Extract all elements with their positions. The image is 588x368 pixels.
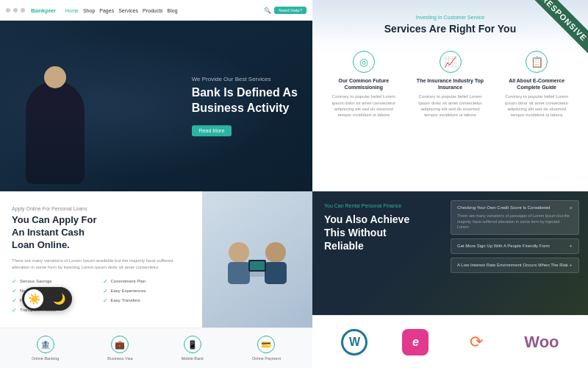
- dark-mode-toggle[interactable]: ☀️ 🌙: [22, 287, 72, 311]
- service-title-2: The Insurance Industry Top Insurance: [414, 77, 487, 91]
- loan-section-label: Apply Online For Personal Loans: [12, 206, 190, 211]
- woocommerce-logo: Woo: [524, 333, 559, 352]
- check-icon-4: ✓: [103, 288, 108, 294]
- accordion-header-1: Checking Your Own Credit Score Is Consid…: [457, 205, 573, 211]
- refresh-logo: ⟳: [463, 329, 490, 355]
- hero-title-line2: Business Activity: [192, 102, 290, 114]
- accordion-item-1[interactable]: Checking Your Own Credit Score Is Consid…: [451, 200, 579, 235]
- right-bottom: You Can Rental Personal Finance You Also…: [312, 191, 588, 368]
- finance-title-line2: This Without: [324, 227, 387, 238]
- check-icon-3: ✓: [12, 288, 17, 294]
- loan-title-line3: Loan Online.: [12, 239, 70, 250]
- browser-nav: Home Shop Pages Services Products Blog: [65, 8, 177, 13]
- nav-services[interactable]: Services: [118, 8, 138, 13]
- browser-bar: Bankpier Home Shop Pages Services Produc…: [0, 0, 312, 21]
- online-banking-label: Online Banking: [32, 356, 59, 361]
- business-visa-label: Business Visa: [107, 356, 132, 361]
- accordion-header-2: Get More Sign Up With A People Friendly …: [457, 243, 573, 250]
- accordion-chevron-3: +: [569, 262, 573, 269]
- finance-title-line3: Reliable: [324, 240, 364, 252]
- loan-title-line1: You Can Apply For: [12, 214, 97, 225]
- person-body: [26, 81, 85, 184]
- tech-logos-bar: W e ⟳ Woo: [312, 315, 588, 368]
- accordion-title-2: Get More Sign Up With A People Friendly …: [457, 244, 569, 250]
- hero-subtitle: We Provide Our Best Services: [192, 76, 298, 82]
- svg-rect-2: [228, 262, 250, 284]
- accordion-chevron-1: ×: [569, 205, 573, 211]
- loan-title-line2: An Instant Cash: [12, 227, 85, 238]
- refresh-logo-icon: ⟳: [463, 329, 490, 355]
- browser-dot-3: [21, 8, 25, 13]
- loan-feature-4: ✓ Easy Experiences: [103, 288, 191, 294]
- loan-people-scene: [213, 216, 301, 311]
- svg-point-3: [265, 242, 286, 263]
- hero-person-image: [7, 28, 103, 184]
- toggle-knob: ☀️: [24, 289, 43, 308]
- check-icon-1: ✓: [12, 278, 17, 285]
- nav-home[interactable]: Home: [65, 8, 79, 13]
- finance-title-line1: You Also Achieve: [324, 213, 409, 225]
- svg-rect-6: [250, 261, 265, 270]
- service-text-1: Contrary to popular belief Lorem ipsum d…: [327, 93, 401, 118]
- browser-dot-1: [6, 8, 10, 13]
- loan-illustration: [213, 216, 301, 311]
- service-text-3: Contrary to popular belief Lorem ipsum d…: [500, 93, 573, 118]
- accordion-list: Checking Your Own Credit Score Is Consid…: [451, 200, 579, 306]
- hero-cta-button[interactable]: Read More: [192, 125, 232, 136]
- feature-label-2: Commitment Plan: [111, 279, 146, 283]
- responsive-badge-text: RESPONSIVE: [528, 0, 588, 55]
- loan-feature-6: ✓ Easy Transfers: [103, 297, 191, 304]
- wp-logo-icon: W: [341, 329, 368, 355]
- online-payment-label: Online Payment: [252, 356, 281, 361]
- header-cta-button[interactable]: Need Help?: [274, 7, 306, 14]
- accordion-title-1: Checking Your Own Credit Score Is Consid…: [457, 205, 569, 211]
- bottom-icon-mobile-bank: 📱 Mobile Bank: [182, 336, 204, 361]
- loan-title: You Can Apply For An Instant Cash Loan O…: [12, 214, 190, 252]
- bottom-icon-online-payment: 💳 Online Payment: [252, 336, 281, 361]
- loan-feature-2: ✓ Commitment Plan: [103, 278, 191, 285]
- feature-label-4: Easy Experiences: [111, 289, 146, 293]
- feature-label-1: Serious Savings: [20, 279, 51, 283]
- services-section: RESPONSIVE Investing In Customer Service…: [312, 0, 588, 191]
- svg-point-1: [229, 242, 249, 263]
- accordion-body-1: There are many variations of passages of…: [457, 213, 573, 230]
- bottom-icon-online-banking: 🏦 Online Banking: [32, 336, 59, 361]
- service-text-2: Contrary to popular belief Lorem ipsum d…: [414, 93, 487, 118]
- service-icon-1: ◎: [353, 51, 375, 73]
- accordion-header-3: A Low Interest Rate Environment Occurs W…: [457, 262, 573, 269]
- check-icon-6: ✓: [103, 297, 108, 304]
- accordion-item-3[interactable]: A Low Interest Rate Environment Occurs W…: [451, 258, 579, 273]
- main-container: Bankpier Home Shop Pages Services Produc…: [0, 0, 588, 368]
- service-icon-2: 📈: [440, 51, 462, 73]
- finance-section: You Can Rental Personal Finance You Also…: [312, 191, 588, 315]
- hero-content: We Provide Our Best Services Bank Is Def…: [192, 76, 298, 136]
- hero-section: Bankpier Home Shop Pages Services Produc…: [0, 0, 312, 191]
- nav-shop[interactable]: Shop: [83, 8, 95, 13]
- nav-pages[interactable]: Pages: [99, 8, 114, 13]
- moon-icon: 🌙: [53, 293, 70, 305]
- el-logo-icon: e: [402, 329, 429, 355]
- business-visa-icon: 💼: [111, 336, 129, 353]
- loan-section: Apply Online For Personal Loans You Can …: [0, 191, 312, 336]
- elementor-logo: e: [402, 329, 429, 355]
- svg-rect-4: [265, 262, 287, 284]
- service-title-1: Our Common Future Commissioning: [327, 77, 401, 91]
- accordion-title-3: A Low Interest Rate Environment Occurs W…: [457, 263, 569, 269]
- search-icon[interactable]: 🔍: [264, 7, 271, 14]
- loan-section-wrapper: Apply Online For Personal Loans You Can …: [0, 191, 312, 368]
- hero-title-line1: Bank Is Defined As: [192, 86, 298, 99]
- browser-dot-2: [13, 8, 18, 13]
- nav-products[interactable]: Products: [143, 8, 163, 13]
- loan-image: [202, 191, 312, 336]
- online-banking-icon: 🏦: [37, 336, 54, 353]
- mobile-bank-label: Mobile Bank: [182, 356, 204, 361]
- check-icon-5: ✓: [12, 297, 17, 304]
- accordion-item-2[interactable]: Get More Sign Up With A People Friendly …: [451, 238, 579, 254]
- finance-title: You Also Achieve This Without Reliable: [324, 213, 442, 253]
- online-payment-icon: 💳: [257, 336, 275, 353]
- hero-background: We Provide Our Best Services Bank Is Def…: [0, 21, 312, 191]
- accordion-chevron-2: +: [569, 243, 573, 250]
- woo-text: Woo: [524, 333, 559, 352]
- nav-blog[interactable]: Blog: [168, 8, 178, 13]
- check-icon-7: ✓: [12, 307, 17, 314]
